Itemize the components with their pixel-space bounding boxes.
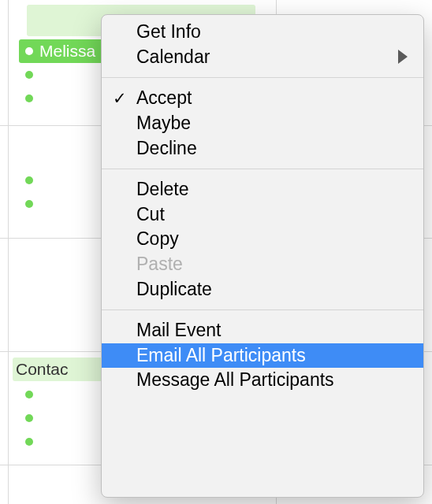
event-dot-icon [25, 438, 33, 446]
menu-item-label: Copy [136, 230, 179, 248]
menu-item-mail-event[interactable]: Mail Event [102, 318, 423, 343]
calendar-event[interactable] [25, 175, 36, 186]
menu-separator [102, 77, 423, 78]
menu-item-decline[interactable]: Decline [102, 135, 423, 161]
menu-item-label: Calendar [136, 48, 210, 66]
menu-separator [102, 169, 423, 169]
event-dot-icon [25, 176, 33, 184]
context-menu: Get Info Calendar ✓ Accept Maybe Decline… [101, 14, 424, 498]
menu-item-duplicate[interactable]: Duplicate [102, 276, 423, 302]
menu-item-calendar[interactable]: Calendar [102, 45, 423, 70]
calendar-event[interactable] [25, 69, 36, 80]
event-label: Melissa [39, 42, 95, 61]
menu-item-maybe[interactable]: Maybe [102, 111, 423, 136]
menu-item-cut[interactable]: Cut [102, 202, 423, 228]
event-dot-icon [25, 47, 33, 55]
menu-item-label: Delete [136, 180, 188, 198]
event-dot-icon [25, 94, 33, 102]
menu-item-get-info[interactable]: Get Info [102, 20, 423, 45]
menu-item-message-all-participants[interactable]: Message All Participants [102, 368, 423, 393]
menu-item-copy[interactable]: Copy [102, 227, 423, 252]
menu-item-label: Mail Event [136, 321, 221, 339]
calendar-event[interactable] [25, 436, 36, 447]
menu-item-paste: Paste [102, 252, 423, 277]
event-dot-icon [25, 414, 33, 422]
grid-line [8, 0, 9, 504]
calendar-event[interactable] [25, 93, 36, 104]
event-label: Contac [16, 360, 69, 379]
calendar-background: Melissa Contac Get Info Calendar ✓ Accep… [0, 0, 432, 504]
menu-item-delete[interactable]: Delete [102, 177, 423, 202]
menu-item-label: Get Info [136, 23, 201, 41]
menu-item-label: Cut [136, 206, 165, 224]
menu-item-accept[interactable]: ✓ Accept [102, 86, 423, 111]
menu-item-label: Maybe [136, 114, 191, 132]
event-dot-icon [25, 71, 33, 79]
menu-separator [102, 309, 423, 310]
calendar-event[interactable] [25, 413, 36, 424]
event-dot-icon [25, 391, 33, 398]
menu-item-email-all-participants[interactable]: Email All Participants [102, 343, 423, 369]
chevron-right-icon [398, 50, 408, 64]
menu-item-label: Email All Participants [136, 346, 306, 365]
menu-item-label: Message All Participants [136, 371, 334, 389]
calendar-event[interactable] [25, 389, 36, 400]
menu-item-label: Decline [136, 139, 197, 158]
calendar-event[interactable] [25, 198, 36, 209]
menu-item-label: Accept [136, 89, 192, 107]
menu-item-label: Paste [136, 255, 183, 273]
event-dot-icon [25, 200, 33, 208]
menu-item-label: Duplicate [136, 280, 212, 298]
checkmark-icon: ✓ [113, 89, 127, 108]
